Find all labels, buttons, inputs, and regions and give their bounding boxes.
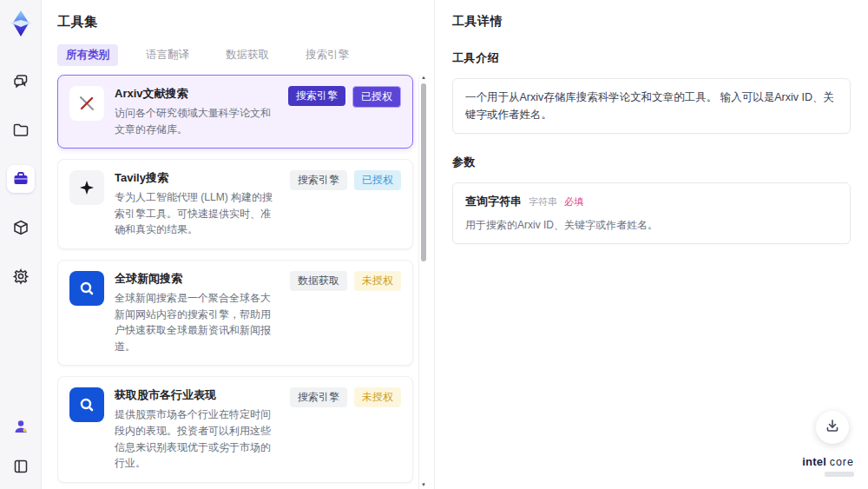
tool-card-arxiv[interactable]: Arxiv文献搜索 访问各个研究领域大量科学论文和文章的存储库。 搜索引擎 已授… bbox=[57, 75, 413, 149]
tavily-star-icon bbox=[69, 170, 104, 205]
scrollbar-up-arrow[interactable]: ▲ bbox=[421, 75, 426, 80]
tool-name: Tavily搜索 bbox=[115, 170, 279, 186]
tool-name: 全球新闻搜索 bbox=[115, 271, 279, 287]
category-badge: 搜索引擎 bbox=[290, 170, 347, 190]
tool-list-scrollbar[interactable]: ▲ ▼ bbox=[418, 75, 427, 489]
brand-sub-mark bbox=[825, 472, 854, 477]
params-heading: 参数 bbox=[452, 155, 851, 170]
tool-intro-box: 一个用于从Arxiv存储库搜索科学论文和文章的工具。 输入可以是Arxiv ID… bbox=[452, 78, 851, 134]
sidebar bbox=[0, 0, 42, 489]
tool-description: 全球新闻搜索是一个聚合全球各大新闻网站内容的搜索引擎，帮助用户快速获取全球最新资… bbox=[115, 290, 279, 354]
arxiv-logo-icon bbox=[69, 86, 104, 121]
param-type: 字符串 bbox=[529, 195, 557, 210]
app-logo-icon bbox=[6, 9, 36, 38]
folder-icon bbox=[12, 122, 30, 139]
brand-core-text: core bbox=[830, 456, 854, 468]
tools-panel: 工具集 所有类别 语言翻译 数据获取 搜索引擎 Arxiv文献搜 bbox=[42, 0, 434, 489]
sidebar-item-settings[interactable] bbox=[7, 262, 35, 290]
tab-all-categories[interactable]: 所有类别 bbox=[57, 44, 118, 66]
user-avatar-icon bbox=[12, 418, 30, 435]
tool-card-tavily[interactable]: Tavily搜索 专为人工智能代理 (LLM) 构建的搜索引擎工具。可快速提供实… bbox=[57, 159, 413, 249]
briefcase-icon bbox=[12, 170, 30, 188]
gear-icon bbox=[12, 268, 30, 285]
page-title: 工具集 bbox=[57, 14, 427, 30]
sidebar-nav bbox=[7, 68, 35, 290]
sidebar-item-files[interactable] bbox=[7, 116, 35, 144]
sidebar-item-packages[interactable] bbox=[7, 214, 35, 241]
category-tabs: 所有类别 语言翻译 数据获取 搜索引擎 bbox=[57, 44, 427, 66]
sidebar-item-chat[interactable] bbox=[7, 68, 35, 96]
category-badge: 搜索引擎 bbox=[290, 387, 347, 407]
tab-language-translation[interactable]: 语言翻译 bbox=[137, 44, 198, 66]
sidebar-item-account[interactable] bbox=[7, 413, 35, 440]
download-button[interactable] bbox=[816, 411, 849, 444]
param-description: 用于搜索的Arxiv ID、关键字或作者姓名。 bbox=[465, 217, 838, 234]
scrollbar-down-arrow[interactable]: ▼ bbox=[421, 482, 426, 487]
tool-list: Arxiv文献搜索 访问各个研究领域大量科学论文和文章的存储库。 搜索引擎 已授… bbox=[57, 75, 427, 489]
brand-intel-text: intel bbox=[802, 455, 826, 468]
sidebar-item-collapse[interactable] bbox=[7, 453, 35, 480]
intro-heading: 工具介绍 bbox=[452, 50, 851, 66]
cube-icon bbox=[12, 219, 30, 236]
sidebar-item-tools[interactable] bbox=[7, 165, 35, 193]
auth-status-badge: 未授权 bbox=[354, 387, 401, 407]
auth-status-badge: 已授权 bbox=[352, 86, 401, 108]
tool-name: Arxiv文献搜索 bbox=[115, 86, 278, 102]
tool-detail-panel: 工具详情 工具介绍 一个用于从Arxiv存储库搜索科学论文和文章的工具。 输入可… bbox=[434, 0, 868, 489]
intel-core-logo: intel core bbox=[802, 456, 854, 477]
chat-icon bbox=[12, 73, 30, 90]
tool-name: 获取股市各行业表现 bbox=[115, 387, 279, 403]
tab-search-engine[interactable]: 搜索引擎 bbox=[297, 44, 358, 66]
tool-card-global-news[interactable]: 全球新闻搜索 全球新闻搜索是一个聚合全球各大新闻网站内容的搜索引擎，帮助用户快速… bbox=[57, 260, 413, 366]
param-name: 查询字符串 bbox=[465, 193, 522, 211]
detail-title: 工具详情 bbox=[452, 14, 851, 30]
param-required-badge: 必填 bbox=[564, 195, 583, 210]
tool-description: 访问各个研究领域大量科学论文和文章的存储库。 bbox=[115, 105, 278, 137]
scrollbar-thumb[interactable] bbox=[421, 83, 426, 261]
tool-card-sector-performance[interactable]: 获取股市各行业表现 提供股票市场各个行业在特定时间段内的表现。投资者可以利用这些… bbox=[57, 376, 413, 482]
download-icon bbox=[825, 418, 840, 437]
sidebar-bottom bbox=[7, 413, 35, 480]
app-window: 工具集 所有类别 语言翻译 数据获取 搜索引擎 Arxiv文献搜 bbox=[0, 0, 868, 489]
auth-status-badge: 未授权 bbox=[354, 271, 401, 291]
news-search-icon bbox=[69, 271, 104, 306]
auth-status-badge: 已授权 bbox=[354, 170, 401, 190]
tool-description: 提供股票市场各个行业在特定时间段内的表现。投资者可以利用这些信息来识别表现优于或… bbox=[115, 406, 279, 471]
category-badge: 数据获取 bbox=[290, 271, 347, 291]
parameter-box: 查询字符串 字符串 必填 用于搜索的Arxiv ID、关键字或作者姓名。 bbox=[452, 182, 851, 244]
category-badge: 搜索引擎 bbox=[288, 86, 345, 106]
collapse-panel-icon bbox=[13, 459, 29, 474]
tab-data-acquisition[interactable]: 数据获取 bbox=[217, 44, 278, 66]
tool-description: 专为人工智能代理 (LLM) 构建的搜索引擎工具。可快速提供实时、准确和真实的结… bbox=[115, 189, 279, 238]
news-search-icon bbox=[69, 387, 104, 422]
